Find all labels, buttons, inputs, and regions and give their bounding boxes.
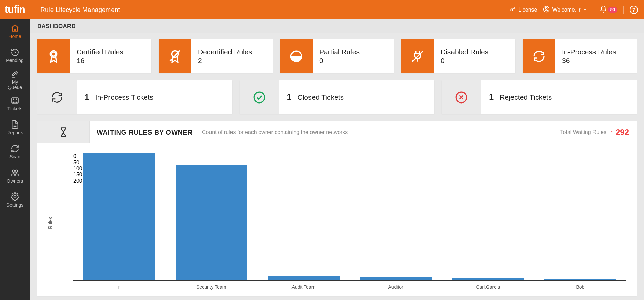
card-title: Closed Tickets xyxy=(297,93,344,101)
sidebar-item-label: Tickets xyxy=(7,106,22,111)
content: Certified Rules 16 Decertified Rules 2 xyxy=(30,33,644,300)
plug-off-icon xyxy=(401,39,434,73)
help-button[interactable]: ? xyxy=(630,6,638,14)
svg-point-6 xyxy=(12,170,15,173)
top-header: tufin Rule Lifecycle Management License … xyxy=(0,0,644,19)
chart-bar[interactable] xyxy=(442,153,534,280)
sidebar-item-home[interactable]: Home xyxy=(0,19,30,43)
sidebar-item-reports[interactable]: Reports xyxy=(0,116,30,140)
user-circle-icon xyxy=(543,6,550,14)
card-title: Disabled Rules xyxy=(441,48,508,56)
document-icon xyxy=(11,120,19,129)
chart-x-label: Carl.Garcia xyxy=(442,282,534,293)
loop-icon xyxy=(37,80,77,114)
svg-point-7 xyxy=(15,170,18,173)
card-title: Partial Rules xyxy=(319,48,387,56)
card-value: 1 xyxy=(85,93,89,102)
svg-point-8 xyxy=(14,196,16,198)
chart-y-label: Rules xyxy=(47,217,53,229)
card-value: 2 xyxy=(198,57,266,65)
sidebar-item-owners[interactable]: Owners xyxy=(0,164,30,188)
card-value: 0 xyxy=(319,57,387,65)
card-certified-rules[interactable]: Certified Rules 16 xyxy=(37,39,151,73)
sidebar-item-scan[interactable]: Scan xyxy=(0,140,30,164)
welcome-prefix: Welcome, xyxy=(552,7,576,13)
half-circle-icon xyxy=(280,39,313,73)
notification-badge: 89 xyxy=(608,7,617,13)
sidebar-item-settings[interactable]: Settings xyxy=(0,188,30,212)
card-value: 1 xyxy=(287,93,291,102)
total-waiting-label: Total Waiting Rules xyxy=(560,129,606,135)
notifications-button[interactable]: 89 xyxy=(600,5,617,14)
sidebar-item-label: Owners xyxy=(7,179,23,184)
header-divider xyxy=(33,4,33,15)
main-area: DASHBOARD Certified Rules 16 Decertified… xyxy=(30,19,644,300)
card-inprocess-tickets[interactable]: 1 In-Process Tickets xyxy=(37,80,232,114)
chart-bar[interactable] xyxy=(534,153,626,280)
refresh-icon xyxy=(523,39,555,73)
card-decertified-rules[interactable]: Decertified Rules 2 xyxy=(159,39,273,73)
app-title: Rule Lifecycle Management xyxy=(40,6,120,14)
chevron-down-icon xyxy=(583,7,587,13)
card-value: 16 xyxy=(77,57,144,65)
user-menu[interactable]: Welcome, r xyxy=(543,6,587,14)
card-title: Decertified Rules xyxy=(198,48,266,56)
refresh-icon xyxy=(11,144,19,153)
card-value: 0 xyxy=(441,57,508,65)
chart-x-label: r xyxy=(73,282,165,293)
sidebar-item-label: My Queue xyxy=(8,80,22,90)
card-disabled-rules[interactable]: Disabled Rules 0 xyxy=(401,39,515,73)
arrow-up-icon: ↑ xyxy=(610,129,613,136)
chart-x-label: Bob xyxy=(534,282,626,293)
sidebar-item-pending[interactable]: Pending xyxy=(0,43,30,68)
sidebar-item-label: Home xyxy=(8,34,21,39)
bell-icon xyxy=(600,5,607,14)
svg-rect-3 xyxy=(12,98,18,103)
card-closed-tickets[interactable]: 1 Closed Tickets xyxy=(240,80,435,114)
people-icon xyxy=(11,168,19,177)
stat-row-tickets: 1 In-Process Tickets 1 Closed Tickets xyxy=(37,80,637,114)
chart-bar[interactable] xyxy=(350,153,442,280)
hourglass-icon xyxy=(37,121,90,143)
panel-title: WAITING RULES BY OWNER xyxy=(97,129,193,136)
chart-x-label: Security Team xyxy=(165,282,257,293)
sidebar-item-queue[interactable]: My Queue xyxy=(0,68,30,92)
key-icon xyxy=(510,6,516,14)
gavel-icon xyxy=(11,70,19,78)
chart-bar[interactable] xyxy=(258,153,350,280)
chart-bar[interactable] xyxy=(73,153,165,280)
sidebar-item-label: Scan xyxy=(9,154,20,160)
badge-slash-icon xyxy=(159,39,191,73)
header-right: License Welcome, r 89 ? xyxy=(510,5,638,14)
chart-area: Rules 050100150200 rSecurity TeamAudit T… xyxy=(37,143,637,296)
card-partial-rules[interactable]: Partial Rules 0 xyxy=(280,39,394,73)
stat-row-rules: Certified Rules 16 Decertified Rules 2 xyxy=(37,39,637,73)
svg-point-14 xyxy=(254,92,265,103)
card-title: In-Process Tickets xyxy=(95,93,154,101)
check-circle-icon xyxy=(240,80,279,114)
card-rejected-tickets[interactable]: 1 Rejected Tickets xyxy=(442,80,637,114)
chart-x-label: Audit Team xyxy=(257,282,349,293)
sidebar-item-tickets[interactable]: Tickets xyxy=(0,92,30,116)
gear-icon xyxy=(11,192,19,201)
chart-x-label: Auditor xyxy=(350,282,442,293)
card-title: Rejected Tickets xyxy=(500,93,552,101)
brand-logo[interactable]: tufin xyxy=(5,4,25,15)
x-circle-icon xyxy=(442,80,481,114)
chart-bar[interactable] xyxy=(165,153,258,280)
total-waiting-value: 292 xyxy=(616,128,629,137)
card-value: 1 xyxy=(489,93,494,102)
svg-point-0 xyxy=(511,9,513,11)
waiting-rules-panel: WAITING RULES BY OWNER Count of rules fo… xyxy=(37,121,637,296)
card-value: 36 xyxy=(562,57,630,65)
card-inprocess-rules[interactable]: In-Process Rules 36 xyxy=(523,39,637,73)
panel-subtitle: Count of rules for each owner containing… xyxy=(202,129,348,135)
clock-back-icon xyxy=(11,48,19,57)
help-icon: ? xyxy=(632,7,635,13)
license-link[interactable]: License xyxy=(510,6,537,14)
panel-header: WAITING RULES BY OWNER Count of rules fo… xyxy=(37,121,637,143)
card-title: Certified Rules xyxy=(77,48,144,56)
welcome-user: r xyxy=(579,7,580,13)
header-separator-2 xyxy=(623,6,624,14)
svg-point-2 xyxy=(546,7,547,9)
